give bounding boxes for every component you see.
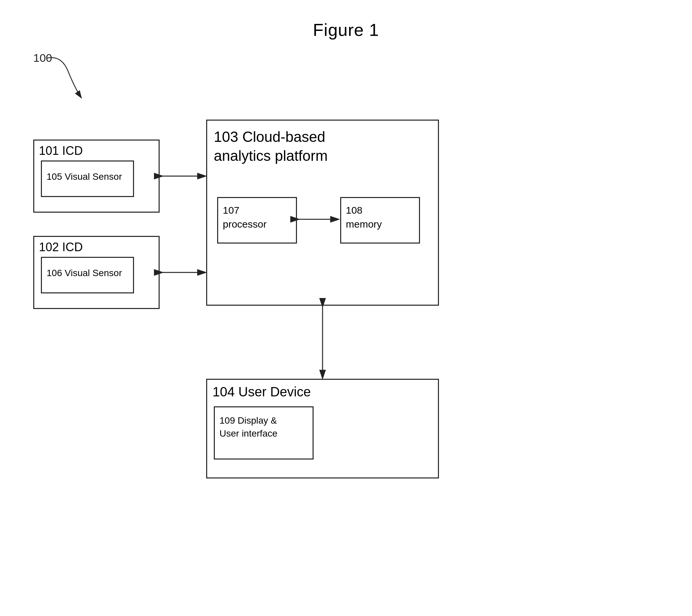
vs106-label: 106 Visual Sensor <box>46 268 122 279</box>
box-vs106: 106 Visual Sensor <box>41 257 134 293</box>
icd102-label: 102 ICD <box>39 240 83 254</box>
box-cloud: 103 Cloud-basedanalytics platform 107pro… <box>206 119 439 306</box>
box-icd102: 102 ICD 106 Visual Sensor <box>33 236 160 309</box>
vs105-label: 105 Visual Sensor <box>46 172 122 182</box>
page-title: Figure 1 <box>0 0 692 40</box>
box-memory: 108memory <box>340 197 420 244</box>
proc-label: 107processor <box>223 203 267 231</box>
box-display: 109 Display &User interface <box>214 406 314 460</box>
box-userdev: 104 User Device 109 Display &User interf… <box>206 379 439 479</box>
mem-label: 108memory <box>346 203 382 231</box>
cloud-label: 103 Cloud-basedanalytics platform <box>214 127 328 165</box>
userdev-label: 104 User Device <box>212 384 311 399</box>
box-icd101: 101 ICD 105 Visual Sensor <box>33 139 160 213</box>
diagram: 101 ICD 105 Visual Sensor 102 ICD 106 Vi… <box>0 93 692 591</box>
display-label: 109 Display &User interface <box>219 414 277 440</box>
box-processor: 107processor <box>217 197 297 244</box>
icd101-label: 101 ICD <box>39 144 83 158</box>
box-vs105: 105 Visual Sensor <box>41 160 134 197</box>
